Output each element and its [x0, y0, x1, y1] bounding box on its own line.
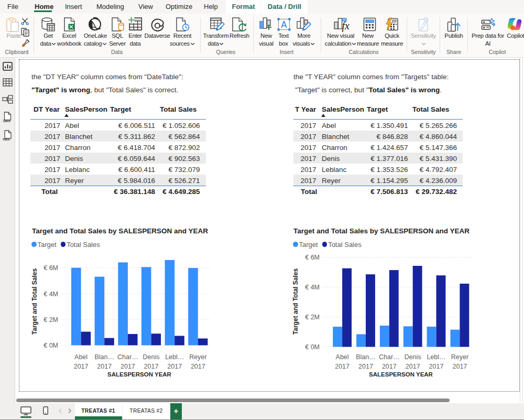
- svg-text:Lebl…: Lebl…: [427, 353, 445, 361]
- svg-text:TMDL: TMDL: [3, 138, 11, 141]
- svg-text:2017: 2017: [452, 363, 467, 370]
- svg-text:Lebl…: Lebl…: [165, 353, 184, 361]
- svg-text:2017: 2017: [167, 363, 182, 370]
- svg-text:2017: 2017: [97, 363, 112, 370]
- svg-text:DAX: DAX: [3, 119, 10, 123]
- svg-text:€ 2M: € 2M: [43, 316, 58, 324]
- svg-text:€ 0M: € 0M: [305, 343, 320, 351]
- svg-text:2017: 2017: [144, 363, 159, 370]
- svg-text:2017: 2017: [335, 363, 350, 370]
- svg-text:Abel: Abel: [336, 353, 349, 361]
- svg-text:Char…: Char…: [117, 353, 138, 361]
- svg-text:2017: 2017: [191, 363, 205, 370]
- svg-text:2017: 2017: [121, 363, 135, 370]
- svg-text:SALESPERSON YEAR: SALESPERSON YEAR: [369, 371, 433, 378]
- svg-text:Reyer: Reyer: [451, 353, 468, 361]
- svg-text:Target and Total Sales: Target and Total Sales: [31, 268, 38, 335]
- svg-text:Blan…: Blan…: [94, 353, 114, 361]
- svg-text:2017: 2017: [358, 363, 373, 370]
- svg-text:Denis: Denis: [143, 353, 160, 361]
- svg-text:€ 6M: € 6M: [43, 264, 58, 272]
- svg-text:Abel: Abel: [74, 353, 88, 361]
- svg-text:€ 2M: € 2M: [305, 314, 320, 321]
- svg-text:€ 0M: € 0M: [43, 342, 58, 349]
- svg-text:fx: fx: [342, 20, 350, 32]
- svg-text:2017: 2017: [406, 363, 420, 370]
- svg-text:Target and Total Sales: Target and Total Sales: [292, 268, 299, 335]
- svg-text:€ 6M: € 6M: [305, 254, 320, 261]
- svg-text:Denis: Denis: [405, 353, 421, 361]
- svg-text:Blan…: Blan…: [356, 353, 376, 361]
- svg-text:2017: 2017: [429, 363, 444, 370]
- svg-text:€ 4M: € 4M: [43, 290, 58, 298]
- svg-text:2017: 2017: [74, 363, 89, 370]
- svg-text:Reyer: Reyer: [189, 353, 206, 361]
- svg-text:Char…: Char…: [379, 353, 400, 361]
- svg-text:SALESPERSON YEAR: SALESPERSON YEAR: [107, 371, 172, 378]
- svg-text:€ 4M: € 4M: [305, 284, 320, 291]
- svg-text:2017: 2017: [382, 363, 397, 370]
